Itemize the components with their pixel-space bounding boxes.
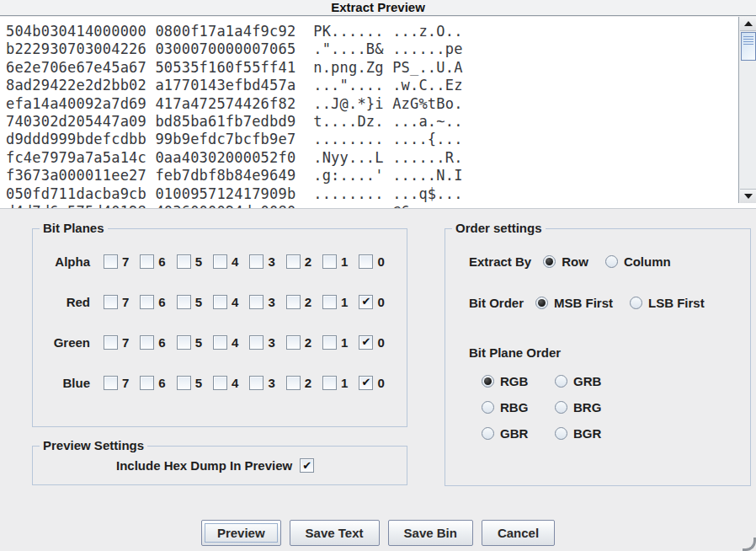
bit-number-label: 7: [122, 335, 129, 350]
hex-preview-text[interactable]: 504b030414000000 0800f17a1a4f9c92 PK....…: [0, 17, 738, 209]
bitplane-checkbox-red-4[interactable]: [213, 295, 227, 309]
bitplane-checkbox-alpha-4[interactable]: [213, 254, 227, 269]
bitplane-checkbox-red-0[interactable]: [359, 295, 373, 309]
channel-label: Green: [41, 335, 90, 350]
bitplane-cell: 4: [213, 295, 238, 309]
bitplane-cell: 7: [104, 335, 129, 350]
window-corner: [743, 538, 756, 551]
bitplane-cell: 1: [322, 254, 348, 269]
bitplane-checkbox-alpha-1[interactable]: [322, 254, 337, 269]
vertical-scrollbar[interactable]: [738, 17, 756, 203]
bit-number-label: 3: [268, 376, 274, 390]
thumb-grip-icon: [743, 36, 753, 45]
arrow-up-icon: [744, 21, 753, 26]
bitplane-checkbox-alpha-2[interactable]: [286, 254, 301, 269]
bit-number-label: 3: [268, 335, 274, 350]
bit-plane-order-option-rgb[interactable]: RGB: [482, 374, 555, 388]
bitplane-cell: 7: [104, 295, 129, 309]
bitplane-checkbox-green-4[interactable]: [213, 335, 227, 350]
radio-label: Column: [624, 254, 671, 269]
bitplane-checkbox-alpha-3[interactable]: [249, 254, 264, 269]
bitplane-row-red: Red76543210: [41, 293, 407, 310]
bit-order-row: Bit OrderMSB FirstLSB First: [469, 294, 750, 312]
bitplane-checkbox-green-5[interactable]: [177, 335, 191, 350]
bitplane-checkbox-alpha-5[interactable]: [177, 254, 191, 269]
scroll-up-button[interactable]: [740, 17, 756, 31]
arrow-down-icon: [744, 194, 753, 199]
include-hex-checkbox[interactable]: [300, 458, 314, 473]
scroll-down-button[interactable]: [740, 189, 756, 203]
bitplane-checkbox-green-2[interactable]: [286, 335, 301, 350]
radio-icon: [535, 297, 548, 309]
bitplane-row-blue: Blue76543210: [41, 374, 407, 391]
bit-plane-order-option-rbg[interactable]: RBG: [482, 400, 555, 415]
radio-label: BRG: [573, 400, 601, 415]
bitplane-checkbox-blue-4[interactable]: [213, 376, 227, 390]
bit-number-label: 4: [232, 295, 238, 309]
button-label: Save Bin: [404, 526, 457, 540]
bitplane-checkbox-green-6[interactable]: [140, 335, 154, 350]
bitplane-checkbox-blue-0[interactable]: [359, 376, 373, 390]
bitplane-checkbox-red-6[interactable]: [140, 295, 154, 309]
extract-by-option-column[interactable]: Column: [605, 254, 671, 269]
radio-label: LSB First: [648, 296, 705, 310]
bit-order-label: Bit Order: [469, 296, 524, 310]
extract-by-label: Extract By: [469, 254, 531, 269]
radio-label: MSB First: [554, 296, 613, 310]
bitplane-cell: 1: [322, 376, 348, 390]
extract-by-option-row[interactable]: Row: [543, 254, 588, 269]
bitplane-cell: 7: [104, 376, 129, 390]
radio-icon: [482, 401, 494, 414]
bit-number-label: 5: [195, 376, 202, 390]
bitplane-checkbox-red-3[interactable]: [249, 295, 264, 309]
bitplane-checkbox-red-7[interactable]: [104, 295, 118, 309]
bitplane-checkbox-green-3[interactable]: [249, 335, 264, 350]
bitplane-cell: 2: [286, 376, 311, 390]
bitplane-cell: 6: [140, 376, 165, 390]
bitplane-cell: 5: [177, 376, 202, 390]
bitplane-checkbox-green-1[interactable]: [322, 335, 337, 350]
hex-preview-pane: 504b030414000000 0800f17a1a4f9c92 PK....…: [0, 17, 756, 209]
bitplane-checkbox-blue-2[interactable]: [286, 376, 301, 390]
include-hex-label: Include Hex Dump In Preview: [116, 458, 292, 473]
channel-label: Red: [41, 295, 90, 309]
save-bin-button[interactable]: Save Bin: [388, 520, 473, 546]
bitplane-checkbox-alpha-6[interactable]: [140, 254, 154, 269]
radio-label: BGR: [573, 426, 601, 441]
bitplane-checkbox-red-1[interactable]: [322, 295, 337, 309]
save-text-button[interactable]: Save Text: [290, 520, 380, 546]
extract-by-row: Extract ByRowColumn: [469, 253, 750, 270]
preview-settings-group-title: Preview Settings: [40, 438, 147, 452]
bitplane-checkbox-alpha-7[interactable]: [104, 254, 118, 269]
extract-preview-dialog: Extract Preview 504b030414000000 0800f17…: [0, 0, 756, 551]
bit-plane-order-option-grb[interactable]: GRB: [555, 374, 633, 388]
bit-plane-order-option-gbr[interactable]: GBR: [482, 426, 555, 441]
bit-plane-order-option-bgr[interactable]: BGR: [555, 426, 633, 441]
bitplane-checkbox-blue-5[interactable]: [177, 376, 191, 390]
bit-order-option-msb-first[interactable]: MSB First: [535, 296, 613, 310]
bit-number-label: 7: [122, 254, 129, 269]
preview-button[interactable]: Preview: [201, 520, 281, 546]
bitplane-cell: 6: [140, 335, 165, 350]
bit-number-label: 4: [232, 376, 238, 390]
bit-number-label: 1: [341, 376, 348, 390]
bit-plane-order-grid: RGBGRBRBGBRGGBRBGR: [482, 374, 633, 441]
bitplane-checkbox-blue-6[interactable]: [140, 376, 154, 390]
cancel-button[interactable]: Cancel: [482, 520, 555, 546]
bitplane-cell: 2: [286, 254, 311, 269]
bitplane-cell: 4: [213, 254, 238, 269]
bitplane-checkbox-red-5[interactable]: [177, 295, 191, 309]
bitplane-cell: 3: [249, 295, 274, 309]
bitplane-checkbox-red-2[interactable]: [286, 295, 301, 309]
scrollbar-thumb[interactable]: [741, 32, 756, 61]
bitplane-checkbox-green-0[interactable]: [359, 335, 373, 350]
bitplane-checkbox-blue-3[interactable]: [249, 376, 264, 390]
bitplane-checkbox-green-7[interactable]: [104, 335, 118, 350]
bitplane-checkbox-alpha-0[interactable]: [359, 254, 373, 269]
bitplane-checkbox-blue-7[interactable]: [104, 376, 118, 390]
bit-number-label: 1: [341, 295, 348, 309]
bitplane-checkbox-blue-1[interactable]: [322, 376, 337, 390]
bit-plane-order-option-brg[interactable]: BRG: [555, 400, 633, 415]
bit-plane-order-label: Bit Plane Order: [469, 345, 750, 362]
bit-order-option-lsb-first[interactable]: LSB First: [630, 296, 705, 310]
